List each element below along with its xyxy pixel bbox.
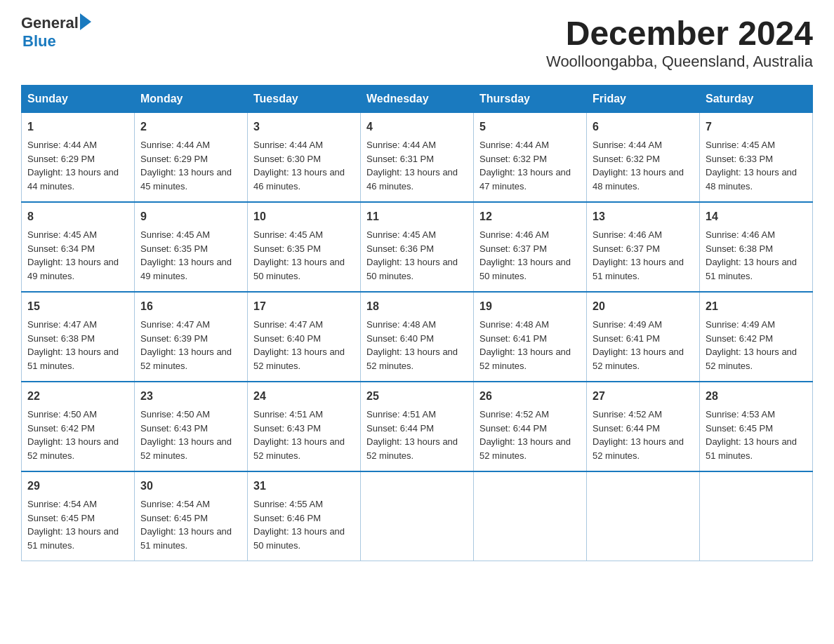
day-info: Sunrise: 4:49 AMSunset: 6:42 PMDaylight:… xyxy=(706,319,797,371)
logo-general-text: General xyxy=(21,14,79,32)
calendar-cell xyxy=(361,471,474,561)
day-number: 17 xyxy=(253,298,355,315)
calendar-cell: 2Sunrise: 4:44 AMSunset: 6:29 PMDaylight… xyxy=(135,113,248,203)
day-number: 22 xyxy=(27,388,128,405)
logo-blue-text: Blue xyxy=(22,32,91,51)
calendar-cell: 3Sunrise: 4:44 AMSunset: 6:30 PMDaylight… xyxy=(248,113,361,203)
day-info: Sunrise: 4:44 AMSunset: 6:29 PMDaylight:… xyxy=(140,140,232,192)
day-number: 14 xyxy=(706,208,807,225)
day-info: Sunrise: 4:45 AMSunset: 6:33 PMDaylight:… xyxy=(706,140,797,192)
calendar-cell: 9Sunrise: 4:45 AMSunset: 6:35 PMDaylight… xyxy=(135,202,248,292)
day-number: 12 xyxy=(479,208,581,225)
day-info: Sunrise: 4:47 AMSunset: 6:40 PMDaylight:… xyxy=(253,319,345,371)
day-info: Sunrise: 4:46 AMSunset: 6:37 PMDaylight:… xyxy=(479,229,571,281)
day-header-sunday: Sunday xyxy=(22,86,135,113)
day-info: Sunrise: 4:47 AMSunset: 6:38 PMDaylight:… xyxy=(27,319,119,371)
day-info: Sunrise: 4:46 AMSunset: 6:38 PMDaylight:… xyxy=(706,229,797,281)
day-number: 29 xyxy=(27,478,128,495)
calendar-cell: 30Sunrise: 4:54 AMSunset: 6:45 PMDayligh… xyxy=(135,471,248,561)
day-info: Sunrise: 4:45 AMSunset: 6:35 PMDaylight:… xyxy=(140,229,232,281)
calendar-cell xyxy=(587,471,700,561)
day-header-monday: Monday xyxy=(135,86,248,113)
calendar-cell: 24Sunrise: 4:51 AMSunset: 6:43 PMDayligh… xyxy=(248,382,361,471)
day-number: 1 xyxy=(27,119,128,135)
calendar-cell: 20Sunrise: 4:49 AMSunset: 6:41 PMDayligh… xyxy=(587,292,700,382)
day-number: 7 xyxy=(706,119,807,135)
day-info: Sunrise: 4:48 AMSunset: 6:40 PMDaylight:… xyxy=(366,319,458,371)
day-number: 21 xyxy=(706,298,807,315)
calendar-cell: 5Sunrise: 4:44 AMSunset: 6:32 PMDaylight… xyxy=(474,113,587,203)
day-info: Sunrise: 4:48 AMSunset: 6:41 PMDaylight:… xyxy=(479,319,571,371)
day-info: Sunrise: 4:51 AMSunset: 6:43 PMDaylight:… xyxy=(253,409,345,461)
day-info: Sunrise: 4:52 AMSunset: 6:44 PMDaylight:… xyxy=(593,409,684,461)
calendar-cell: 27Sunrise: 4:52 AMSunset: 6:44 PMDayligh… xyxy=(587,382,700,471)
day-header-tuesday: Tuesday xyxy=(248,86,361,113)
day-number: 6 xyxy=(593,119,694,135)
calendar-subtitle: Woolloongabba, Queensland, Australia xyxy=(546,53,813,71)
day-header-friday: Friday xyxy=(587,86,700,113)
calendar-cell: 7Sunrise: 4:45 AMSunset: 6:33 PMDaylight… xyxy=(700,113,813,203)
day-number: 13 xyxy=(593,208,694,225)
day-number: 5 xyxy=(479,119,581,135)
day-info: Sunrise: 4:50 AMSunset: 6:42 PMDaylight:… xyxy=(27,409,119,461)
calendar-week-row: 15Sunrise: 4:47 AMSunset: 6:38 PMDayligh… xyxy=(22,292,813,382)
day-number: 8 xyxy=(27,208,128,225)
day-number: 23 xyxy=(140,388,241,405)
day-info: Sunrise: 4:50 AMSunset: 6:43 PMDaylight:… xyxy=(140,409,232,461)
day-number: 27 xyxy=(593,388,694,405)
day-number: 3 xyxy=(253,119,355,135)
day-info: Sunrise: 4:44 AMSunset: 6:31 PMDaylight:… xyxy=(366,140,458,192)
calendar-cell: 11Sunrise: 4:45 AMSunset: 6:36 PMDayligh… xyxy=(361,202,474,292)
calendar-cell: 15Sunrise: 4:47 AMSunset: 6:38 PMDayligh… xyxy=(22,292,135,382)
calendar-table: SundayMondayTuesdayWednesdayThursdayFrid… xyxy=(21,85,813,561)
day-number: 30 xyxy=(140,478,241,495)
day-info: Sunrise: 4:54 AMSunset: 6:45 PMDaylight:… xyxy=(140,499,232,551)
calendar-cell: 1Sunrise: 4:44 AMSunset: 6:29 PMDaylight… xyxy=(22,113,135,203)
day-info: Sunrise: 4:52 AMSunset: 6:44 PMDaylight:… xyxy=(479,409,571,461)
calendar-cell: 22Sunrise: 4:50 AMSunset: 6:42 PMDayligh… xyxy=(22,382,135,471)
day-number: 9 xyxy=(140,208,241,225)
day-info: Sunrise: 4:44 AMSunset: 6:30 PMDaylight:… xyxy=(253,140,345,192)
day-info: Sunrise: 4:51 AMSunset: 6:44 PMDaylight:… xyxy=(366,409,458,461)
day-number: 18 xyxy=(366,298,468,315)
day-info: Sunrise: 4:45 AMSunset: 6:36 PMDaylight:… xyxy=(366,229,458,281)
day-number: 26 xyxy=(479,388,581,405)
calendar-cell: 16Sunrise: 4:47 AMSunset: 6:39 PMDayligh… xyxy=(135,292,248,382)
day-number: 16 xyxy=(140,298,241,315)
logo-arrow-icon xyxy=(80,13,91,30)
calendar-cell: 8Sunrise: 4:45 AMSunset: 6:34 PMDaylight… xyxy=(22,202,135,292)
calendar-cell: 23Sunrise: 4:50 AMSunset: 6:43 PMDayligh… xyxy=(135,382,248,471)
calendar-week-row: 8Sunrise: 4:45 AMSunset: 6:34 PMDaylight… xyxy=(22,202,813,292)
calendar-cell: 26Sunrise: 4:52 AMSunset: 6:44 PMDayligh… xyxy=(474,382,587,471)
day-number: 10 xyxy=(253,208,355,225)
calendar-cell: 25Sunrise: 4:51 AMSunset: 6:44 PMDayligh… xyxy=(361,382,474,471)
day-info: Sunrise: 4:47 AMSunset: 6:39 PMDaylight:… xyxy=(140,319,232,371)
day-info: Sunrise: 4:54 AMSunset: 6:45 PMDaylight:… xyxy=(27,499,119,551)
day-number: 20 xyxy=(593,298,694,315)
day-info: Sunrise: 4:44 AMSunset: 6:32 PMDaylight:… xyxy=(479,140,571,192)
day-number: 31 xyxy=(253,478,355,495)
day-number: 15 xyxy=(27,298,128,315)
day-info: Sunrise: 4:45 AMSunset: 6:35 PMDaylight:… xyxy=(253,229,345,281)
day-header-wednesday: Wednesday xyxy=(361,86,474,113)
calendar-cell: 10Sunrise: 4:45 AMSunset: 6:35 PMDayligh… xyxy=(248,202,361,292)
day-info: Sunrise: 4:53 AMSunset: 6:45 PMDaylight:… xyxy=(706,409,797,461)
day-info: Sunrise: 4:45 AMSunset: 6:34 PMDaylight:… xyxy=(27,229,119,281)
day-number: 2 xyxy=(140,119,241,135)
day-header-saturday: Saturday xyxy=(700,86,813,113)
day-header-thursday: Thursday xyxy=(474,86,587,113)
calendar-cell: 6Sunrise: 4:44 AMSunset: 6:32 PMDaylight… xyxy=(587,113,700,203)
calendar-cell: 4Sunrise: 4:44 AMSunset: 6:31 PMDaylight… xyxy=(361,113,474,203)
calendar-cell xyxy=(700,471,813,561)
day-number: 25 xyxy=(366,388,468,405)
calendar-cell: 29Sunrise: 4:54 AMSunset: 6:45 PMDayligh… xyxy=(22,471,135,561)
calendar-cell: 21Sunrise: 4:49 AMSunset: 6:42 PMDayligh… xyxy=(700,292,813,382)
page-header: General Blue December 2024 Woolloongabba… xyxy=(21,14,813,71)
calendar-week-row: 1Sunrise: 4:44 AMSunset: 6:29 PMDaylight… xyxy=(22,113,813,203)
day-info: Sunrise: 4:44 AMSunset: 6:29 PMDaylight:… xyxy=(27,140,119,192)
logo: General Blue xyxy=(21,14,91,51)
day-number: 19 xyxy=(479,298,581,315)
day-info: Sunrise: 4:55 AMSunset: 6:46 PMDaylight:… xyxy=(253,499,345,551)
calendar-cell: 12Sunrise: 4:46 AMSunset: 6:37 PMDayligh… xyxy=(474,202,587,292)
title-section: December 2024 Woolloongabba, Queensland,… xyxy=(546,14,813,71)
